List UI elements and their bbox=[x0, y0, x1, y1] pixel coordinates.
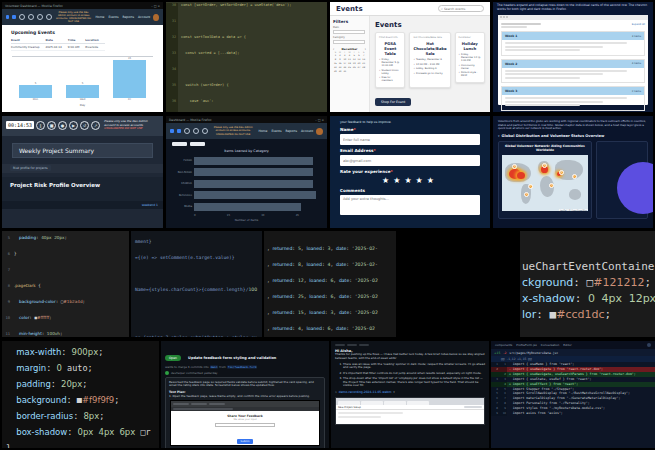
filters-sidebar: Filters Date Category ‹ December › SMTWT… bbox=[330, 16, 370, 112]
bullet-icon: • bbox=[413, 67, 414, 70]
chevron-down-icon[interactable]: ▾ bbox=[498, 134, 500, 138]
weekend-tag[interactable]: weekend 1 bbox=[142, 203, 158, 207]
calendar-day[interactable]: 28 bbox=[361, 66, 366, 70]
event-card[interactable]: PGSA Event Info PGSA Event Table •Friday… bbox=[375, 32, 405, 88]
nav-menu-item[interactable]: Reports bbox=[123, 15, 135, 19]
window-buttons[interactable]: – □ × bbox=[151, 4, 160, 8]
cluster-badge[interactable]: 2 bbox=[528, 184, 533, 189]
hbar-chart: FictionNon-fictionChildrenReferenceMedia bbox=[166, 157, 327, 211]
head-branch-link[interactable]: fix/feedback-form bbox=[227, 365, 258, 369]
x-axis-label: Day bbox=[2, 103, 163, 107]
comments-field[interactable] bbox=[340, 195, 480, 215]
attachment-link[interactable]: demo-recording-2024-11-05.webm bbox=[339, 390, 391, 394]
bullet-icon: • bbox=[459, 53, 460, 62]
shot-form-subtitle: We value your input bbox=[171, 418, 319, 421]
home-icon[interactable] bbox=[46, 14, 52, 20]
name-field[interactable] bbox=[340, 134, 480, 145]
line-number: 10 bbox=[2, 314, 12, 330]
note-list: There was an issue with the 'loading' sp… bbox=[343, 363, 485, 389]
email-field[interactable] bbox=[340, 155, 480, 166]
nav-menu-item[interactable]: Reports bbox=[286, 129, 298, 133]
admin-notice: Please only use the Dev Admin account to… bbox=[55, 11, 93, 24]
avatar[interactable] bbox=[647, 343, 651, 347]
admin-warning: Please only use the Dev Admin account to… bbox=[104, 120, 159, 131]
back-icon[interactable] bbox=[19, 14, 25, 20]
map-attribution: Leaflet | © OpenStreetMap bbox=[559, 209, 588, 211]
star-icon[interactable]: ★ bbox=[382, 176, 393, 185]
world-heatmap[interactable]: 9 2 5 4 2 3 1 Leaflet | © OpenStreetMap bbox=[502, 155, 588, 211]
accordion-header[interactable]: Week 2 4 items bbox=[502, 60, 644, 68]
rating-stars: ★★★★★ bbox=[340, 176, 480, 185]
comments-label: Comments bbox=[340, 188, 480, 193]
event-detail: •12:00 PM – 3:00 PM bbox=[413, 63, 446, 66]
filter-select[interactable] bbox=[333, 30, 365, 34]
star-icon[interactable]: ★ bbox=[393, 176, 404, 185]
code-line: } bbox=[6, 443, 159, 448]
expand-all-link[interactable]: Expand All bbox=[632, 23, 645, 26]
pause-icon[interactable]: ‖ bbox=[36, 121, 45, 130]
base-branch-link[interactable]: main bbox=[210, 365, 219, 369]
export-icon[interactable]: ↗ bbox=[91, 121, 100, 130]
star-icon[interactable]: ★ bbox=[416, 176, 427, 185]
tab[interactable]: components bbox=[495, 343, 512, 347]
play-icon[interactable]: ▶ bbox=[69, 121, 78, 130]
stop-icon[interactable]: ■ bbox=[47, 121, 56, 130]
events-header: Events ⌕ bbox=[330, 2, 490, 16]
refresh-icon[interactable] bbox=[37, 14, 43, 20]
accordion-card: Week 2 4 items bbox=[501, 59, 645, 84]
old-line-number: 9 bbox=[491, 411, 499, 416]
tile-events-page: Events ⌕ Filters Date Category ‹ Decembe… bbox=[330, 2, 490, 112]
comment-byline: devhelper commented yesterday bbox=[171, 371, 218, 375]
chevron-down-icon[interactable]: ▾ bbox=[393, 390, 395, 394]
log-lines: , returned: 5, loaned: 3, date: '2025-02… bbox=[267, 245, 396, 337]
forward-icon[interactable] bbox=[193, 128, 199, 134]
shot-submit-button: Submit bbox=[237, 439, 254, 444]
embedded-window: Expand All Week 1 3 items bbox=[498, 15, 648, 105]
code-line: 34 bbox=[166, 67, 327, 83]
window-buttons[interactable]: – □ × bbox=[315, 118, 324, 122]
cluster-badge[interactable]: 2 bbox=[572, 174, 577, 179]
avatar[interactable] bbox=[316, 128, 323, 135]
nav-menu-item[interactable]: Home bbox=[259, 129, 268, 133]
nav-menu-item[interactable]: Home bbox=[96, 15, 105, 19]
code-line: mment} bbox=[135, 237, 262, 253]
nav-menu-item[interactable]: Account bbox=[138, 15, 150, 19]
nav-menu-item[interactable]: Account bbox=[301, 129, 313, 133]
tab[interactable]: Editor bbox=[563, 343, 571, 347]
refresh-icon[interactable] bbox=[202, 128, 208, 134]
back-icon[interactable] bbox=[184, 128, 190, 134]
nav-menu-item[interactable]: Events bbox=[271, 129, 281, 133]
code-line bbox=[135, 301, 262, 317]
nav-menu-item[interactable]: Events bbox=[108, 15, 118, 19]
event-detail: •Lobby, Building A bbox=[413, 67, 446, 70]
forward-icon[interactable] bbox=[28, 14, 34, 20]
event-card[interactable]: Fundraiser Holiday Lunch •Friday, Decemb… bbox=[455, 32, 485, 83]
accordion-header[interactable]: Week 1 3 items bbox=[502, 32, 644, 40]
star-icon[interactable]: ★ bbox=[427, 176, 438, 185]
mini-toolbar bbox=[335, 343, 485, 347]
code-line: es={rating ? styles.submitButton : style… bbox=[135, 333, 262, 337]
search-input[interactable] bbox=[444, 7, 481, 11]
event-detail: •Tuesday, December 9 bbox=[413, 58, 446, 61]
sort-select[interactable] bbox=[172, 142, 187, 146]
filter-select[interactable] bbox=[333, 40, 365, 44]
filter-select[interactable] bbox=[190, 142, 205, 146]
chart-title: Items Loaned by Category bbox=[166, 149, 327, 153]
cluster-badge[interactable]: 9 bbox=[512, 164, 517, 169]
shop-for-event-button[interactable]: Shop For Event bbox=[375, 98, 411, 106]
avatar[interactable] bbox=[153, 14, 159, 21]
star-icon[interactable]: ★ bbox=[404, 176, 415, 185]
code-line: padding: 20px; bbox=[6, 379, 159, 395]
summary-title[interactable]: Weekly Project Summary bbox=[12, 143, 153, 158]
comment-card: Reworked the feedback page so required f… bbox=[165, 377, 325, 449]
calendar-day[interactable]: 31 bbox=[342, 70, 347, 74]
restart-icon[interactable]: ↺ bbox=[80, 121, 89, 130]
tile-git-diff: components ProfileForm.jsx Conversation … bbox=[491, 341, 655, 448]
event-card[interactable]: Hot Chocolate/Bake Sale Hot Chocolate/Ba… bbox=[409, 32, 450, 88]
record-icon[interactable]: ● bbox=[58, 121, 67, 130]
tab[interactable]: ProfileForm.jsx bbox=[516, 343, 537, 347]
search-box[interactable]: ⌕ bbox=[438, 5, 484, 12]
accordion-header[interactable]: Week 3 2 items bbox=[502, 87, 644, 95]
tile-review-note: Hi Aisha, Thanks for pushing up the fixe… bbox=[331, 341, 489, 448]
tab[interactable]: Conversation bbox=[541, 343, 560, 347]
